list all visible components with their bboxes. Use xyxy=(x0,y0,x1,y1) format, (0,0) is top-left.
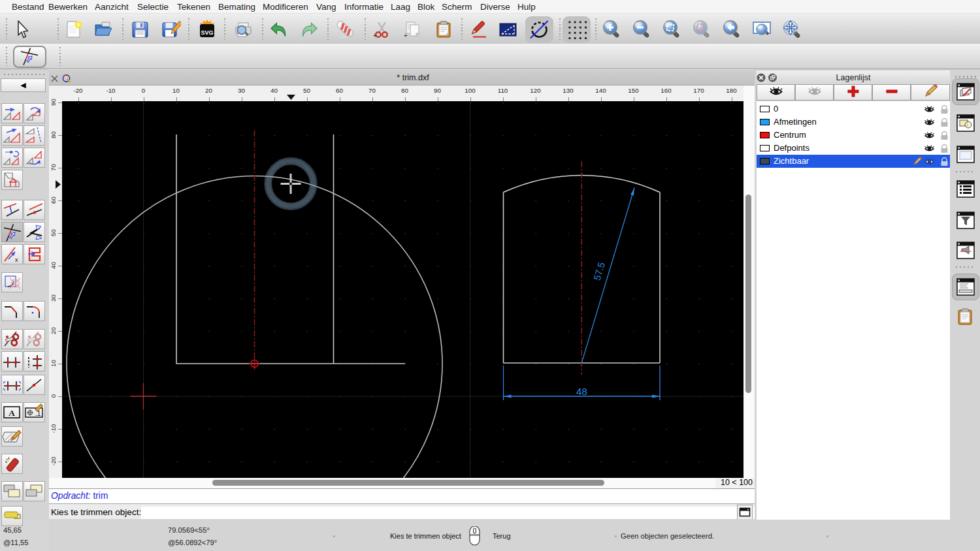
svg-text:x: x xyxy=(15,257,18,263)
svg-text:.1: .1 xyxy=(35,410,41,417)
svg-text:+: + xyxy=(404,32,408,39)
svg-text:A: A xyxy=(8,408,15,418)
svg-text:SVG: SVG xyxy=(201,29,213,36)
svg-text:+: + xyxy=(373,32,377,39)
svg-text:48: 48 xyxy=(576,386,587,397)
